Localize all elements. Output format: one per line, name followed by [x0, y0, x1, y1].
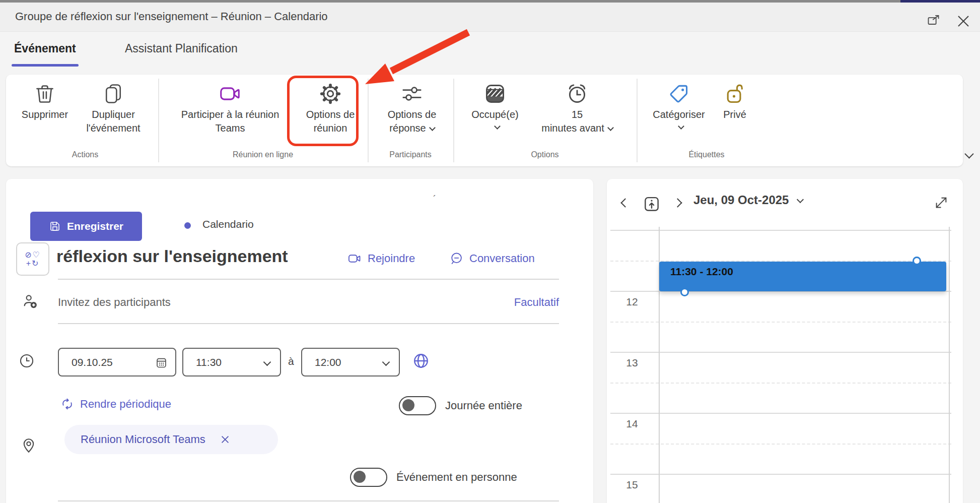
reminder-button[interactable]: 15 minutes avant — [534, 80, 620, 135]
private-button[interactable]: Privé — [717, 80, 753, 121]
window-titlebar: Groupe de réflexion sur l'enseignement –… — [0, 3, 980, 32]
resize-handle-bottom[interactable] — [680, 288, 689, 296]
expand-panel-icon[interactable] — [934, 195, 949, 210]
window-title: Groupe de réflexion sur l'enseignement –… — [15, 10, 328, 23]
ribbon-divider — [637, 79, 638, 162]
go-to-today-icon[interactable] — [642, 194, 661, 213]
hour-line — [610, 352, 951, 353]
repeat-icon — [60, 397, 74, 411]
next-day-chevron[interactable] — [674, 199, 681, 208]
make-recurring-link[interactable]: Rendre périodique — [60, 397, 171, 411]
hour-line — [610, 230, 951, 231]
day-time-grid[interactable]: 12 13 14 15 11:30 - 12:00 — [607, 227, 963, 503]
date-picker-label[interactable]: Jeu, 09 Oct-2025 — [693, 193, 803, 207]
duplicate-icon — [102, 80, 124, 108]
calendar-nav-row: Jeu, 09 Oct-2025 — [607, 179, 963, 227]
meeting-options-label-1: Options de — [306, 108, 355, 121]
group-label-reunion-en-ligne: Réunion en ligne — [162, 150, 364, 159]
clock-icon — [18, 352, 35, 369]
chevron-down-icon — [429, 124, 436, 131]
video-camera-icon — [219, 80, 242, 108]
panel-date-text: Jeu, 09 Oct-2025 — [693, 193, 789, 207]
location-pin-icon — [20, 437, 37, 454]
hour-label-15: 15 — [607, 479, 657, 491]
alarm-clock-icon — [566, 80, 589, 108]
event-block[interactable]: 11:30 - 12:00 — [659, 262, 946, 291]
optional-attendees-link[interactable]: Facultatif — [514, 296, 559, 309]
in-person-toggle[interactable] — [350, 468, 387, 487]
join-link-label: Rejoindre — [368, 252, 415, 265]
active-tab-underline — [12, 64, 79, 67]
ribbon-divider — [453, 79, 454, 162]
delete-button[interactable]: Supprimer — [15, 80, 75, 121]
divider — [58, 323, 559, 324]
categorize-button[interactable]: Catégoriser — [644, 80, 714, 129]
calendar-icon — [155, 356, 168, 369]
hour-label-12: 12 — [607, 296, 657, 308]
busy-label: Occupé(e) — [471, 108, 518, 121]
private-label: Privé — [723, 108, 746, 121]
event-form-panel: Enregistrer Calendario ´ ⊘♡ +↻ réflexion… — [6, 179, 593, 503]
location-chip[interactable]: Réunion Microsoft Teams — [64, 425, 278, 454]
previous-day-chevron[interactable] — [622, 199, 628, 208]
join-link[interactable]: Rejoindre — [347, 252, 415, 266]
duplicate-label-2: l'événement — [86, 121, 140, 135]
all-day-toggle[interactable] — [399, 396, 436, 415]
ribbon-divider — [158, 79, 159, 162]
divider — [58, 500, 559, 501]
popout-icon[interactable] — [927, 14, 941, 28]
meeting-options-button[interactable]: Options de réunion — [297, 80, 364, 135]
conversation-link[interactable]: Conversation — [449, 252, 535, 266]
save-button[interactable]: Enregistrer — [30, 212, 142, 241]
meeting-options-label-2: réunion — [314, 121, 347, 135]
divider — [58, 279, 559, 280]
duplicate-label-1: Dupliquer — [92, 108, 135, 121]
tab-assistant-label: Assistant Planification — [125, 42, 238, 55]
hour-label-14: 14 — [607, 418, 657, 430]
end-time-select[interactable]: 12:00 — [301, 348, 400, 376]
resize-handle-top[interactable] — [913, 257, 921, 265]
chevron-down-icon — [494, 123, 501, 130]
invite-participants-input[interactable]: Invitez des participants — [58, 296, 171, 309]
trash-icon — [34, 80, 56, 108]
ribbon-divider — [368, 79, 369, 162]
start-time-select[interactable]: 11:30 — [182, 348, 281, 376]
chevron-down-icon — [382, 358, 390, 366]
join-teams-label-2: Teams — [216, 121, 245, 135]
grid-right-line — [949, 227, 950, 503]
collapse-ribbon-chevron[interactable] — [966, 150, 972, 159]
chevron-down-icon — [678, 123, 684, 130]
end-time-value: 12:00 — [315, 356, 341, 368]
close-icon[interactable] — [956, 14, 971, 29]
half-hour-line — [610, 383, 951, 384]
start-time-value: 11:30 — [196, 356, 222, 368]
response-options-button[interactable]: Options de réponse — [374, 80, 450, 135]
globe-timezone-icon[interactable] — [412, 352, 430, 370]
delete-label: Supprimer — [22, 108, 68, 121]
join-teams-meeting-button[interactable]: Participer à la réunion Teams — [167, 80, 293, 135]
chevron-down-icon — [797, 196, 804, 203]
show-as-busy-button[interactable]: Occupé(e) — [462, 80, 528, 129]
duplicate-event-button[interactable]: Dupliquer l'événement — [78, 80, 149, 135]
symbols-glyphs-2: +↻ — [26, 259, 40, 268]
group-label-actions: Actions — [15, 150, 156, 159]
make-recurring-label: Rendre périodique — [80, 398, 171, 411]
hour-line — [610, 474, 951, 475]
to-label: à — [288, 355, 294, 367]
chat-bubble-icon — [449, 252, 463, 266]
group-label-participants: Participants — [370, 150, 451, 159]
in-person-label: Événement en personne — [396, 471, 517, 484]
busy-status-icon — [484, 80, 506, 108]
reminder-label-2: minutes avant — [541, 122, 604, 134]
tab-assistant-planification[interactable]: Assistant Planification — [125, 42, 238, 55]
date-picker-field[interactable]: 09.10.25 — [58, 348, 176, 376]
tab-evenement[interactable]: Événement — [14, 42, 76, 55]
event-title-input[interactable]: réflexion sur l'enseignement — [56, 246, 288, 266]
add-person-icon — [22, 293, 39, 310]
remove-location-icon[interactable] — [220, 434, 231, 445]
all-day-label: Journée entière — [445, 399, 522, 412]
half-hour-line — [610, 322, 951, 323]
emoji-symbols-button[interactable]: ⊘♡ +↻ — [16, 242, 49, 276]
symbols-glyphs-1: ⊘♡ — [25, 250, 41, 259]
calendar-selector[interactable]: Calendario — [202, 218, 254, 230]
